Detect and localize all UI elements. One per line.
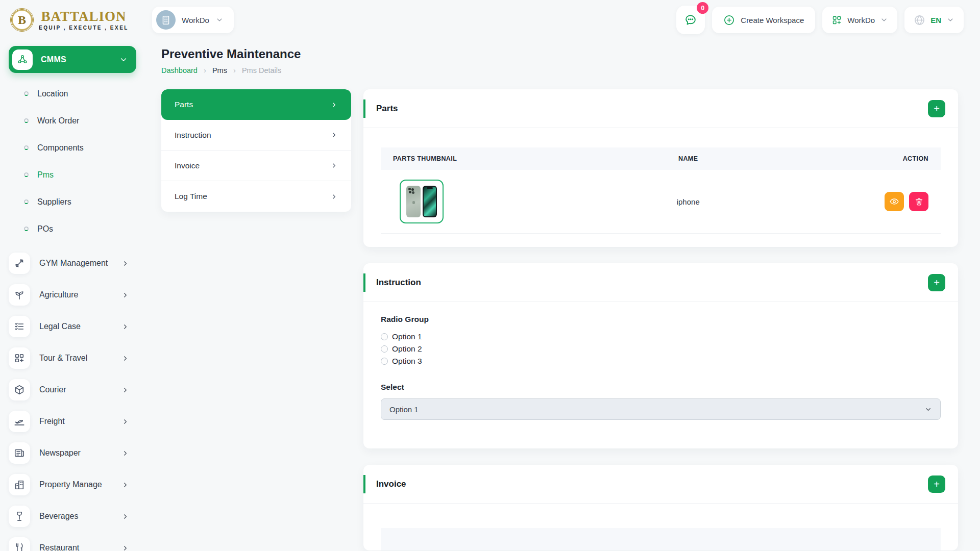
sidebar: CMMS Location Work Order Components Pms … [0, 40, 145, 551]
chevron-down-icon [880, 16, 888, 24]
detail-tab-label: Log Time [175, 192, 207, 201]
add-invoice-button[interactable]: + [928, 475, 945, 493]
grid-plus-icon [831, 15, 842, 26]
chevron-right-icon [330, 193, 338, 201]
workspace-switcher[interactable]: WorkDo [152, 7, 234, 33]
list-check-icon [14, 321, 25, 332]
chevron-right-icon [121, 291, 129, 299]
detail-tab-label: Invoice [175, 161, 200, 170]
add-part-button[interactable]: + [928, 100, 945, 117]
sidebar-module-agriculture[interactable]: Agriculture [9, 279, 136, 311]
sidebar-module-freight[interactable]: Freight [9, 406, 136, 437]
sidebar-module-gym-management[interactable]: GYM Management [9, 247, 136, 279]
module-icon-box [9, 347, 30, 369]
module-label: Property Manage [39, 480, 112, 489]
create-workspace-button[interactable]: Create Workspace [712, 7, 815, 33]
table-row: iphone [381, 170, 941, 234]
radio-option-option-3[interactable]: Option 3 [381, 355, 941, 367]
chat-badge: 0 [697, 2, 708, 14]
topbar: B BATTALION EQUIP , EXECUTE , EXEL WorkD… [0, 0, 980, 40]
sidebar-item-location[interactable]: Location [9, 80, 136, 107]
select-value: Option 1 [389, 405, 419, 414]
select-dropdown[interactable]: Option 1 [381, 398, 941, 420]
sidebar-group-cmms[interactable]: CMMS [9, 46, 136, 73]
sidebar-module-courier[interactable]: Courier [9, 374, 136, 406]
parts-table: PARTS THUMBNAILNAMEACTION iphone [381, 147, 941, 234]
add-instruction-button[interactable]: + [928, 274, 945, 291]
bullet-icon [24, 227, 29, 231]
detail-tab-parts[interactable]: Parts [161, 89, 351, 120]
view-part-button[interactable] [885, 192, 904, 211]
iphone-thumbnail[interactable] [400, 180, 444, 223]
breadcrumb-item-pms[interactable]: Pms [212, 66, 227, 74]
newspaper-icon [14, 447, 25, 459]
radio-button-icon[interactable] [381, 345, 388, 353]
page-title: Preventive Maintenance [161, 47, 958, 61]
sidebar-item-label: Suppliers [37, 197, 71, 207]
detail-menu-card: Parts Instruction Invoice Log Time [161, 89, 351, 212]
radio-option-option-2[interactable]: Option 2 [381, 343, 941, 355]
bullet-icon [24, 199, 29, 204]
chevron-right-icon [121, 323, 129, 331]
workspace-switcher-label: WorkDo [182, 16, 209, 24]
sidebar-item-work-order[interactable]: Work Order [9, 107, 136, 134]
chevron-down-icon [946, 16, 954, 24]
module-icon-box [9, 253, 30, 274]
workspace-menu-button[interactable]: WorkDo [822, 7, 897, 33]
module-label: GYM Management [39, 259, 112, 268]
bullet-icon [24, 145, 29, 150]
chevron-right-icon [330, 101, 338, 109]
sidebar-modules: GYM Management Agriculture Legal Case To… [9, 247, 136, 551]
module-icon-box [9, 474, 30, 495]
invoice-table-header [381, 528, 941, 550]
brand-tagline: EQUIP , EXECUTE , EXEL [39, 25, 129, 31]
module-label: Tour & Travel [39, 354, 112, 363]
sidebar-module-newspaper[interactable]: Newspaper [9, 437, 136, 469]
chevron-right-icon [121, 513, 129, 520]
radio-option-option-1[interactable]: Option 1 [381, 331, 941, 343]
part-name: iphone [623, 170, 753, 234]
sidebar-module-property-manage[interactable]: Property Manage [9, 469, 136, 500]
detail-tab-instruction[interactable]: Instruction [161, 120, 351, 151]
plane-icon [14, 416, 25, 427]
radio-option-label: Option 2 [392, 344, 422, 354]
breadcrumb-separator: › [204, 66, 206, 74]
breadcrumb-separator: › [233, 66, 236, 74]
sidebar-module-beverages[interactable]: Beverages [9, 500, 136, 532]
select-label: Select [381, 383, 941, 392]
sidebar-item-label: Components [37, 143, 84, 153]
breadcrumb-item-dashboard[interactable]: Dashboard [161, 66, 198, 74]
brand-logo: B BATTALION EQUIP , EXECUTE , EXEL [10, 8, 138, 32]
chevron-right-icon [121, 418, 129, 425]
chat-icon [684, 13, 697, 27]
main-content: Preventive Maintenance Dashboard›Pms›Pms… [145, 40, 980, 551]
detail-tab-log-time[interactable]: Log Time [161, 181, 351, 212]
breadcrumb: Dashboard›Pms›Pms Details [161, 66, 958, 74]
table-header-name: NAME [623, 147, 753, 170]
module-label: Legal Case [39, 322, 112, 331]
radio-group-label: Radio Group [381, 315, 429, 323]
module-label: Courier [39, 385, 112, 394]
sidebar-item-suppliers[interactable]: Suppliers [9, 188, 136, 215]
detail-tab-invoice[interactable]: Invoice [161, 151, 351, 181]
chat-button[interactable]: 0 [676, 6, 705, 34]
sidebar-item-components[interactable]: Components [9, 134, 136, 161]
module-icon-box [9, 316, 30, 337]
sidebar-item-label: Work Order [37, 116, 79, 126]
module-label: Newspaper [39, 448, 112, 458]
sidebar-module-tour-travel[interactable]: Tour & Travel [9, 342, 136, 374]
sidebar-module-legal-case[interactable]: Legal Case [9, 311, 136, 342]
module-icon-box [9, 379, 30, 400]
sidebar-item-pos[interactable]: POs [9, 215, 136, 242]
sidebar-module-restaurant[interactable]: Restaurant [9, 532, 136, 551]
parts-card-title: Parts [376, 104, 398, 114]
radio-button-icon[interactable] [381, 333, 388, 340]
radio-button-icon[interactable] [381, 358, 388, 365]
delete-part-button[interactable] [909, 192, 928, 211]
sidebar-item-pms[interactable]: Pms [9, 161, 136, 188]
trash-icon [914, 197, 924, 207]
cube-icon [14, 384, 25, 395]
language-selector[interactable]: EN [904, 7, 964, 33]
bullet-icon [24, 172, 29, 177]
chevron-right-icon [330, 131, 338, 139]
